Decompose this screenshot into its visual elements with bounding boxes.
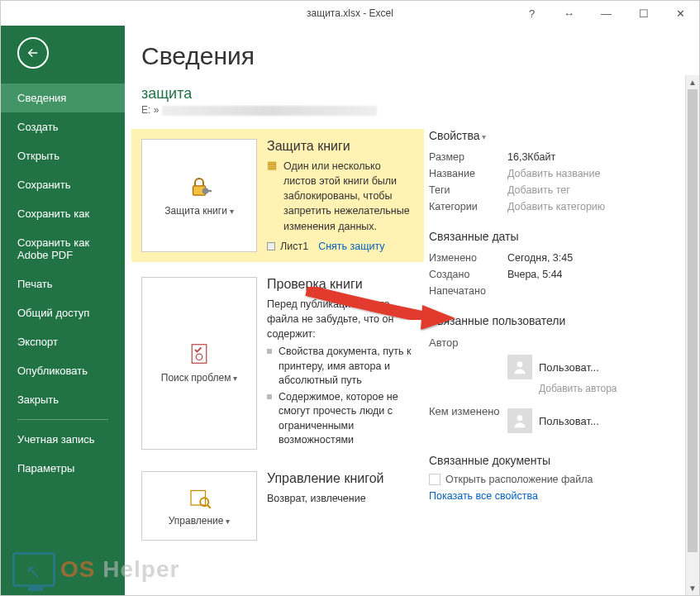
nav-separator bbox=[17, 419, 108, 420]
date-printed-key: Напечатано bbox=[429, 285, 507, 297]
close-icon[interactable]: ✕ bbox=[662, 1, 699, 26]
protect-button-label: Защита книги bbox=[164, 205, 233, 218]
manage-section: Управление Управление книгой Возврат, из… bbox=[141, 471, 414, 541]
scroll-thumb[interactable] bbox=[688, 89, 698, 552]
check-issues-button[interactable]: Поиск проблем bbox=[141, 277, 257, 450]
protect-text: Один или несколько листов этой книги был… bbox=[283, 159, 414, 234]
unprotect-link[interactable]: Снять защиту bbox=[318, 241, 384, 252]
nav-info[interactable]: Сведения bbox=[1, 83, 125, 112]
path-blurred bbox=[162, 106, 377, 116]
document-title: защита bbox=[141, 85, 699, 103]
author-name: Пользоват... bbox=[539, 361, 599, 374]
nav-export[interactable]: Экспорт bbox=[1, 327, 125, 356]
back-button[interactable] bbox=[17, 37, 49, 69]
related-people-heading: Связанные пользователи bbox=[429, 314, 660, 327]
inspect-button-label: Поиск проблем bbox=[161, 372, 237, 385]
nav-publish[interactable]: Опубликовать bbox=[1, 356, 125, 385]
date-printed-val bbox=[507, 285, 660, 297]
manage-sub: Возврат, извлечение bbox=[267, 491, 414, 506]
scroll-down-icon[interactable]: ▼ bbox=[686, 581, 699, 595]
open-location-label: Открыть расположение файла bbox=[445, 474, 593, 485]
date-modified-key: Изменено bbox=[429, 252, 507, 264]
window-controls: ? ↔ — ☐ ✕ bbox=[513, 1, 699, 26]
manage-heading: Управление книгой bbox=[267, 471, 414, 486]
document-path: E: » bbox=[141, 104, 699, 116]
date-created-val: Вчера, 5:44 bbox=[507, 269, 660, 280]
inspect-icon bbox=[186, 341, 212, 367]
prop-categories-key: Категории bbox=[429, 201, 507, 212]
window-title: защита.xlsx - Excel bbox=[307, 7, 393, 19]
nav-new[interactable]: Создать bbox=[1, 112, 125, 141]
protect-section: Защита книги Защита книги ▦ Один или нес… bbox=[131, 129, 424, 262]
prop-title-input[interactable]: Добавить название bbox=[507, 168, 660, 179]
minimize-icon[interactable]: — bbox=[588, 1, 625, 26]
maximize-icon[interactable]: ☐ bbox=[625, 1, 662, 26]
date-modified-val: Сегодня, 3:45 bbox=[507, 252, 660, 264]
inspect-heading: Проверка книги bbox=[267, 277, 414, 292]
sheet-icon: ▦ bbox=[267, 159, 279, 234]
date-created-key: Создано bbox=[429, 269, 507, 280]
backstage-sidebar: Сведения Создать Открыть Сохранить Сохра… bbox=[1, 26, 125, 595]
properties-heading[interactable]: Свойства bbox=[429, 129, 660, 142]
add-author-link[interactable]: Добавить автора bbox=[539, 383, 660, 394]
page-title: Сведения bbox=[141, 42, 699, 70]
prop-categories-input[interactable]: Добавить категорию bbox=[507, 201, 660, 212]
prop-size-val: 16,3Кбайт bbox=[507, 151, 660, 163]
svg-point-7 bbox=[517, 361, 523, 367]
nav-share[interactable]: Общий доступ bbox=[1, 298, 125, 327]
content-pane: Сведения защита E: » Защита книги Защита… bbox=[125, 26, 699, 595]
path-prefix: E: » bbox=[141, 104, 159, 116]
nav-print[interactable]: Печать bbox=[1, 269, 125, 298]
prop-size-key: Размер bbox=[429, 151, 507, 163]
related-docs-heading: Связанные документы bbox=[429, 454, 660, 467]
avatar-icon bbox=[507, 355, 532, 379]
prop-tags-input[interactable]: Добавить тег bbox=[507, 184, 660, 196]
inspect-item-2: Содержимое, которое не смогут прочесть л… bbox=[279, 390, 414, 448]
protect-heading: Защита книги bbox=[267, 139, 414, 154]
author-key: Автор bbox=[429, 336, 507, 349]
help-icon[interactable]: ? bbox=[513, 1, 550, 26]
manage-workbook-button[interactable]: Управление bbox=[141, 471, 257, 541]
nav-options[interactable]: Параметры bbox=[1, 454, 125, 483]
vertical-scrollbar[interactable]: ▲ ▼ bbox=[685, 75, 699, 595]
manage-icon bbox=[186, 484, 212, 510]
manage-button-label: Управление bbox=[169, 515, 231, 528]
nav-open[interactable]: Открыть bbox=[1, 141, 125, 170]
prop-tags-key: Теги bbox=[429, 184, 507, 196]
modified-by-name: Пользоват... bbox=[539, 415, 599, 427]
avatar-icon bbox=[507, 408, 532, 433]
svg-point-8 bbox=[517, 415, 523, 421]
title-bar: защита.xlsx - Excel ? ↔ — ☐ ✕ bbox=[1, 1, 699, 26]
inspect-item-1: Свойства документа, путь к принтеру, имя… bbox=[279, 345, 414, 389]
inspect-section: Поиск проблем Проверка книги Перед публи… bbox=[141, 277, 414, 450]
inspect-lead: Перед публикацией этого файла не забудьт… bbox=[267, 297, 414, 341]
ribbon-toggle-icon[interactable]: ↔ bbox=[550, 1, 588, 26]
show-all-properties-link[interactable]: Показать все свойства bbox=[429, 490, 660, 502]
nav-save-adobe-pdf[interactable]: Сохранить как Adobe PDF bbox=[1, 228, 125, 269]
protect-workbook-button[interactable]: Защита книги bbox=[141, 139, 257, 252]
modified-by-key: Кем изменено bbox=[429, 405, 507, 436]
properties-table: Размер16,3Кбайт НазваниеДобавить названи… bbox=[429, 149, 660, 215]
nav-account[interactable]: Учетная запись bbox=[1, 425, 125, 454]
nav-save[interactable]: Сохранить bbox=[1, 170, 125, 199]
scroll-up-icon[interactable]: ▲ bbox=[686, 75, 699, 89]
sheet-glyph-icon bbox=[267, 242, 275, 250]
lock-icon bbox=[186, 174, 212, 200]
prop-title-key: Название bbox=[429, 168, 507, 179]
open-file-location-link[interactable]: Открыть расположение файла bbox=[429, 474, 660, 485]
folder-icon bbox=[429, 474, 440, 485]
nav-save-as[interactable]: Сохранить как bbox=[1, 199, 125, 228]
related-dates-heading: Связанные даты bbox=[429, 230, 660, 243]
nav-close[interactable]: Закрыть bbox=[1, 385, 125, 414]
sheet-name: Лист1 bbox=[280, 241, 308, 252]
svg-rect-2 bbox=[207, 189, 212, 192]
